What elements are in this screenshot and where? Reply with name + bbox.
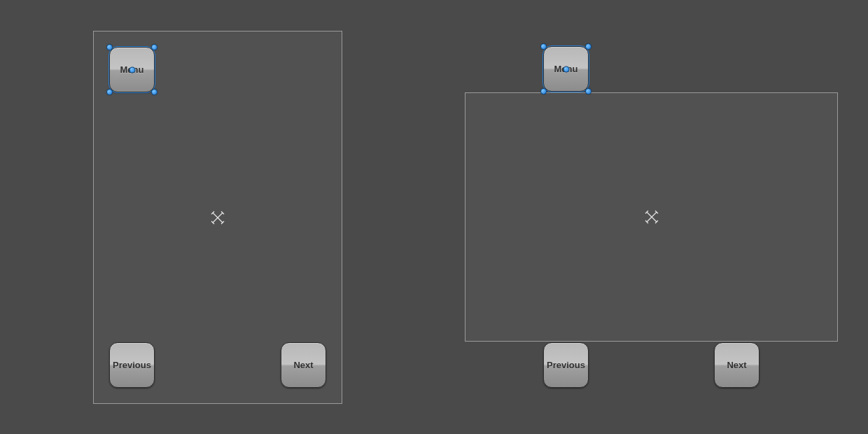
svg-line-11 bbox=[655, 220, 658, 223]
selection-handle-center[interactable] bbox=[129, 66, 135, 73]
previous-button[interactable]: Previous bbox=[109, 342, 155, 388]
menu-button[interactable]: Menu bbox=[109, 47, 155, 92]
svg-line-10 bbox=[645, 220, 648, 223]
selection-handle-br[interactable] bbox=[151, 89, 158, 95]
svg-line-9 bbox=[655, 211, 658, 214]
scene-center-marker-icon bbox=[644, 209, 659, 225]
next-button[interactable]: Next bbox=[281, 342, 326, 388]
selection-handle-bl[interactable] bbox=[540, 88, 547, 94]
selection-handle-tr[interactable] bbox=[151, 44, 158, 50]
svg-line-8 bbox=[645, 211, 648, 214]
previous-button-landscape[interactable]: Previous bbox=[543, 342, 589, 388]
next-button-landscape[interactable]: Next bbox=[714, 342, 760, 388]
svg-line-0 bbox=[213, 213, 223, 223]
selection-handle-br[interactable] bbox=[585, 88, 592, 94]
svg-line-1 bbox=[213, 213, 223, 223]
scene-center-marker-icon bbox=[210, 210, 225, 225]
svg-line-2 bbox=[211, 211, 214, 214]
svg-line-3 bbox=[221, 211, 224, 214]
svg-line-4 bbox=[211, 221, 214, 224]
next-button-label: Next bbox=[293, 360, 313, 370]
previous-button-label: Previous bbox=[113, 360, 151, 370]
menu-button-landscape[interactable]: Menu bbox=[543, 46, 589, 92]
selection-handle-tr[interactable] bbox=[585, 43, 592, 50]
svg-line-6 bbox=[647, 212, 657, 222]
scene-landscape[interactable] bbox=[465, 92, 838, 342]
scene-portrait[interactable]: Menu Previous Next bbox=[93, 31, 342, 404]
next-button-label: Next bbox=[727, 360, 746, 370]
svg-line-5 bbox=[221, 221, 224, 224]
svg-line-7 bbox=[647, 212, 657, 222]
selection-handle-tl[interactable] bbox=[540, 43, 547, 50]
selection-handle-tl[interactable] bbox=[106, 44, 113, 50]
selection-handle-bl[interactable] bbox=[106, 89, 113, 95]
previous-button-label: Previous bbox=[547, 360, 585, 370]
selection-handle-center[interactable] bbox=[563, 66, 569, 72]
